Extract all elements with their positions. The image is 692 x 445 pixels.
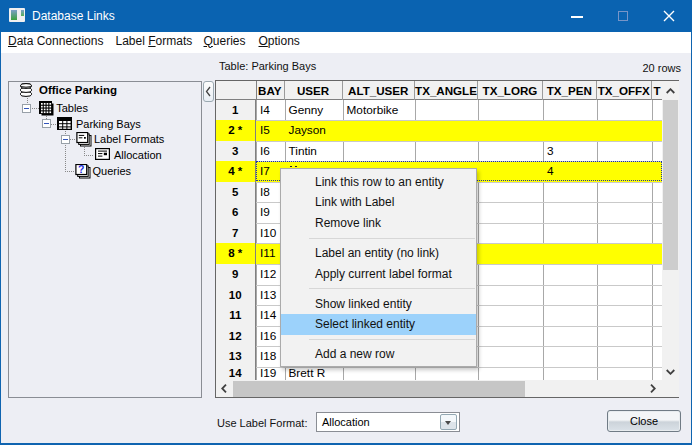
svg-text:?: ? [78, 164, 84, 175]
